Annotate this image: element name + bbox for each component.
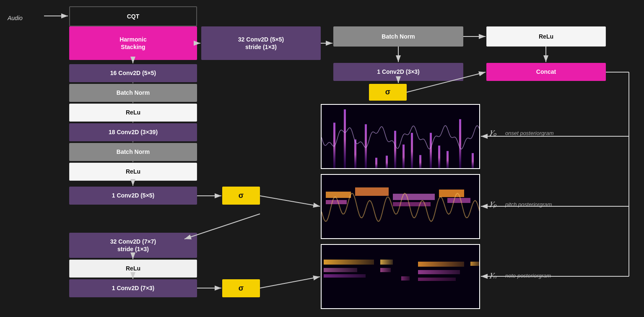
relu4-label: ReLu [126, 265, 140, 272]
conv32-5x5-block: 32 Conv2D (5×5)stride (1×3) [201, 26, 321, 60]
y-n-label: 𝑌ₙ [488, 270, 496, 281]
relu-top-label: ReLu [539, 33, 553, 40]
relu2-block: ReLu [69, 163, 197, 181]
conv1-3x3-label: 1 Conv2D (3×3) [377, 68, 420, 75]
batchnorm1-block: Batch Norm [69, 84, 197, 102]
relu1-label: ReLu [126, 109, 140, 116]
pitch-canvas [322, 175, 480, 239]
concat-block: Concat [486, 63, 606, 81]
sigma2-label: σ [385, 87, 390, 97]
conv18-label: 18 Conv2D (3×39) [109, 128, 158, 136]
conv1-3x3-block: 1 Conv2D (3×3) [333, 63, 463, 81]
sigma3-label: σ [239, 283, 244, 293]
relu1-block: ReLu [69, 104, 197, 122]
relu-top-block: ReLu [486, 26, 606, 47]
relu2-label: ReLu [126, 168, 140, 175]
sigma1-to-pitch [260, 196, 320, 206]
batchnorm2-block: Batch Norm [69, 143, 197, 161]
audio-label: Audio [8, 15, 23, 21]
note-canvas [322, 245, 480, 309]
sigma1-block: σ [222, 187, 260, 205]
harmonic-stacking-label: HarmonicStacking [119, 36, 147, 51]
conv16-block: 16 Conv2D (5×5) [69, 64, 197, 82]
relu4-block: ReLu [69, 260, 197, 278]
conv1-7x3-label: 1 Conv2D (7×3) [112, 284, 155, 292]
batchnorm1-label: Batch Norm [117, 89, 150, 96]
batchnorm3-label: Batch Norm [382, 33, 415, 40]
sigma3-block: σ [222, 279, 260, 297]
sigma1-label: σ [239, 191, 244, 200]
note-label-text: note posteriorgram [505, 273, 551, 279]
batchnorm2-label: Batch Norm [117, 148, 150, 156]
cqt-block: CQT [69, 6, 197, 26]
batchnorm3-block: Batch Norm [333, 26, 463, 47]
pitch-label-text: pitch posteriorgram [505, 201, 552, 208]
note-spectrogram [321, 244, 480, 309]
onset-spectrogram [321, 104, 480, 169]
y-o-label: 𝑌ₒ [488, 128, 496, 138]
conv1-5x5-block: 1 Conv2D (5×5) [69, 187, 197, 205]
conv16-label: 16 Conv2D (5×5) [110, 69, 156, 77]
sigma3-to-note [260, 277, 320, 288]
diagram: Audio CQT HarmonicStacking 16 Conv2D (5×… [0, 0, 644, 317]
cqt-label: CQT [127, 13, 140, 20]
conv18-block: 18 Conv2D (3×39) [69, 123, 197, 141]
sigma2-block: σ [369, 84, 407, 101]
concat-label: Concat [536, 68, 556, 75]
y-p-label: 𝑌ₚ [488, 199, 497, 209]
harmonic-stacking-block: HarmonicStacking [69, 26, 197, 60]
conv32-7x7-label: 32 Conv2D (7×7)stride (1×3) [110, 238, 156, 253]
conv1-7x3-block: 1 Conv2D (7×3) [69, 279, 197, 297]
conv32-7x7-block: 32 Conv2D (7×7)stride (1×3) [69, 233, 197, 258]
conv1-5x5-label: 1 Conv2D (5×5) [112, 192, 155, 199]
onset-canvas [322, 105, 480, 169]
conv32-5x5-label: 32 Conv2D (5×5)stride (1×3) [238, 36, 284, 51]
pitch-spectrogram [321, 174, 480, 239]
onset-label-text: onset posteriorgram [505, 130, 554, 136]
